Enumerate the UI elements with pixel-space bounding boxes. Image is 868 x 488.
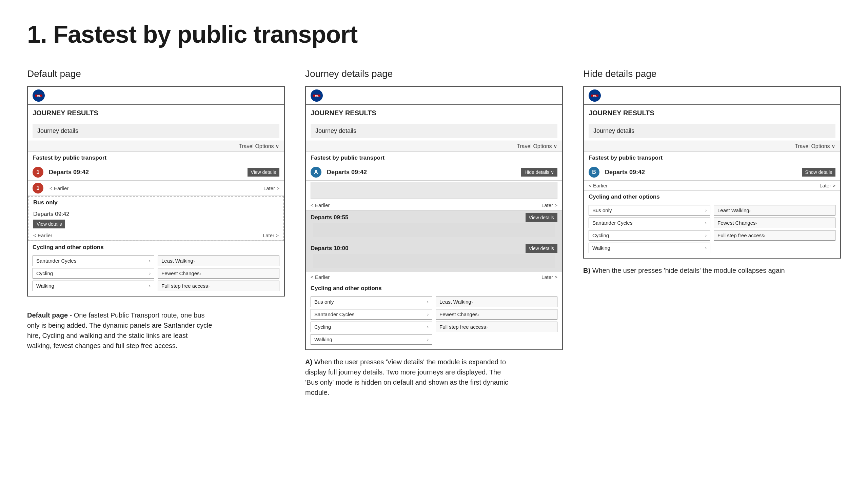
later-link-journey2[interactable]: Later >	[541, 274, 557, 280]
step-free-item-hide[interactable]: Full step free access›	[714, 230, 835, 241]
annotation-b-text: B) When the user presses 'hide details' …	[583, 265, 785, 276]
route-vis-3	[313, 254, 555, 268]
journey-results-default: JOURNEY RESULTS	[28, 105, 284, 121]
cycling-static-col: Least Walking› Fewest Changes› Full step…	[158, 256, 279, 291]
view-details-btn-default[interactable]: View details	[248, 168, 279, 177]
column-journey-details: Journey details page TfL JOURNEY RESULTS…	[305, 68, 563, 398]
departs-text-default: Departs 09:42	[49, 169, 89, 176]
travel-options-hide[interactable]: Travel Options ∨	[584, 141, 840, 152]
journey-results-hide: JOURNEY RESULTS	[584, 105, 840, 121]
journey-details-journey[interactable]: Journey details	[306, 121, 562, 141]
bus-only-label-default: Bus only	[28, 197, 283, 209]
travel-options-journey[interactable]: Travel Options ∨	[306, 141, 562, 152]
earlier-later-hide: < Earlier Later >	[584, 181, 840, 191]
annotation-a-text: A) When the user presses 'View details' …	[305, 357, 509, 398]
cycling-dynamic-col: Santander Cycles› Cycling› Walking›	[33, 256, 154, 291]
fewest-changes-item-journey[interactable]: Fewest Changes›	[436, 309, 557, 320]
col-label-hide: Hide details page	[583, 68, 656, 79]
walking-item-default[interactable]: Walking›	[33, 281, 154, 291]
later-link-default[interactable]: Later >	[263, 185, 279, 191]
earlier-link-journey2[interactable]: < Earlier	[311, 274, 330, 280]
cycling-label-journey: Cycling and other options	[306, 282, 562, 294]
columns-wrapper: Default page TfL JOURNEY RESULTS Journey…	[27, 68, 841, 398]
cycling-grid-journey: Bus only› Santander Cycles› Cycling› Wal…	[306, 294, 562, 349]
earlier-later-default: 1 < Earlier Later >	[28, 181, 284, 196]
later-link-journey1[interactable]: Later >	[541, 202, 557, 208]
cycling-grid-default: Santander Cycles› Cycling› Walking› Leas…	[28, 253, 284, 296]
cycling-dynamic-col-journey: Bus only› Santander Cycles› Cycling› Wal…	[311, 297, 432, 345]
santander-item-journey[interactable]: Santander Cycles›	[311, 309, 432, 320]
topbar-journey: TfL	[306, 87, 562, 105]
mock-frame-journey: TfL JOURNEY RESULTS Journey details Trav…	[305, 86, 563, 350]
hide-details-btn-journey[interactable]: Hide details ∨	[521, 168, 557, 177]
walking-item-hide[interactable]: Walking›	[589, 243, 710, 253]
mock-frame-hide: TfL JOURNEY RESULTS Journey details Trav…	[583, 86, 841, 259]
expanded-view-1[interactable]: View details	[526, 244, 557, 253]
expanded-view-0[interactable]: View details	[526, 213, 557, 222]
cycling-static-col-journey: Least Walking› Fewest Changes› Full step…	[436, 297, 557, 345]
journey-details-hide[interactable]: Journey details	[584, 121, 840, 141]
svg-text:TfL: TfL	[593, 95, 597, 97]
bus-view-details-btn[interactable]: View details	[33, 220, 65, 228]
col-label-journey: Journey details page	[305, 68, 393, 79]
cycling-static-col-hide: Least Walking› Fewest Changes› Full step…	[714, 205, 835, 253]
topbar-default: TfL	[28, 87, 284, 105]
journey-details-default[interactable]: Journey details	[28, 121, 284, 141]
step-free-item-default[interactable]: Full step free access›	[158, 281, 279, 291]
fewest-changes-item-hide[interactable]: Fewest Changes›	[714, 218, 835, 228]
cycling-dynamic-col-hide: Bus only› Santander Cycles› Cycling› Wal…	[589, 205, 710, 253]
least-walking-item-journey[interactable]: Least Walking›	[436, 297, 557, 307]
departs-row-default: 1 Departs 09:42 View details	[28, 164, 284, 181]
annotation-b: B) When the user presses 'hide details' …	[583, 265, 785, 276]
departs-row-journey: A Departs 09:42 Hide details ∨	[306, 164, 562, 181]
santander-item-default[interactable]: Santander Cycles›	[33, 256, 154, 266]
expanded-journey-0: Departs 09:55 View details	[306, 210, 562, 241]
page-title: 1. Fastest by public transport	[27, 20, 841, 48]
earlier-later-journey2: < Earlier Later >	[306, 272, 562, 282]
bus-only-departs-default: Departs 09:42 View details	[28, 209, 283, 230]
cycling-item-default[interactable]: Cycling›	[33, 268, 154, 279]
departs-text-hide: Departs 09:42	[605, 169, 645, 176]
bus-only-item-hide[interactable]: Bus only›	[589, 205, 710, 216]
expanded-journey-1: Departs 10:00 View details	[306, 241, 562, 272]
step-free-item-journey[interactable]: Full step free access›	[436, 322, 557, 332]
least-walking-item-default[interactable]: Least Walking›	[158, 256, 279, 266]
fewest-changes-item-default[interactable]: Fewest Changes›	[158, 268, 279, 279]
departs-row-hide: B Departs 09:42 Show details	[584, 164, 840, 181]
bus-earlier-later: < Earlier Later >	[28, 230, 283, 241]
bus-only-section-default: Bus only Departs 09:42 View details < Ea…	[28, 196, 284, 241]
cycling-item-hide[interactable]: Cycling›	[589, 230, 710, 241]
route-vis-2	[313, 223, 555, 237]
bus-only-item-journey[interactable]: Bus only›	[311, 297, 432, 307]
tfl-logo-default: TfL	[33, 89, 45, 102]
svg-text:TfL: TfL	[315, 95, 319, 97]
santander-item-hide[interactable]: Santander Cycles›	[589, 218, 710, 228]
fastest-label-default: Fastest by public transport	[28, 152, 284, 164]
cycling-item-journey[interactable]: Cycling›	[311, 322, 432, 332]
journey-results-journey: JOURNEY RESULTS	[306, 105, 562, 121]
departs-text-journey: Departs 09:42	[327, 169, 367, 176]
least-walking-item-hide[interactable]: Least Walking›	[714, 205, 835, 216]
earlier-link-default[interactable]: < Earlier	[50, 185, 68, 191]
badge-1-default: 1	[33, 167, 43, 178]
badge-a-journey: A	[311, 167, 321, 178]
earlier-later-journey1: < Earlier Later >	[306, 200, 562, 210]
column-default: Default page TfL JOURNEY RESULTS Journey…	[27, 68, 285, 351]
tfl-logo-journey: TfL	[311, 89, 323, 102]
badge-1b-default: 1	[33, 183, 43, 194]
later-link-hide[interactable]: Later >	[820, 183, 835, 188]
cycling-label-hide: Cycling and other options	[584, 191, 840, 203]
svg-text:TfL: TfL	[37, 95, 41, 97]
earlier-link-hide[interactable]: < Earlier	[589, 183, 608, 188]
topbar-hide: TfL	[584, 87, 840, 105]
bus-earlier-link[interactable]: < Earlier	[33, 232, 52, 238]
travel-options-default[interactable]: Travel Options ∨	[28, 141, 284, 152]
cycling-grid-hide: Bus only› Santander Cycles› Cycling› Wal…	[584, 203, 840, 258]
bus-later-link[interactable]: Later >	[263, 232, 279, 238]
earlier-link-journey1[interactable]: < Earlier	[311, 202, 330, 208]
show-details-btn-hide[interactable]: Show details	[802, 168, 835, 177]
badge-b-hide: B	[589, 167, 599, 178]
tfl-logo-hide: TfL	[589, 89, 601, 102]
description-text-default: Default page - One fastest Public Transp…	[27, 310, 214, 351]
walking-item-journey[interactable]: Walking›	[311, 334, 432, 345]
